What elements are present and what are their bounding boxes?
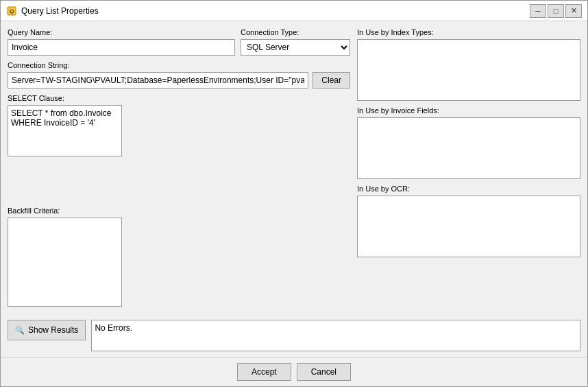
window-title: Query List Properties	[21, 6, 99, 16]
index-types-list	[357, 39, 580, 101]
show-results-button[interactable]: 🔍 Show Results	[8, 320, 86, 340]
connection-type-group: Connection Type: SQL Server Oracle MySQL…	[241, 28, 350, 56]
close-button[interactable]: ✕	[565, 4, 582, 18]
accept-button[interactable]: Accept	[237, 363, 291, 381]
bottom-row: 🔍 Show Results No Errors.	[1, 320, 587, 357]
main-content: Query Name: Connection Type: SQL Server …	[1, 21, 587, 320]
window-icon: Q	[6, 5, 17, 16]
title-controls: ─ □ ✕	[530, 4, 582, 18]
backfill-label: Backfill Criteria:	[8, 207, 350, 215]
invoice-fields-group: In Use by Invoice Fields:	[357, 106, 580, 179]
left-panel: Query Name: Connection Type: SQL Server …	[8, 28, 350, 313]
connection-type-label: Connection Type:	[241, 28, 350, 36]
select-clause-group: SELECT Clause: SELECT * from dbo.Invoice…	[8, 94, 350, 201]
right-panel: In Use by Index Types: In Use by Invoice…	[357, 28, 580, 313]
select-clause-textarea[interactable]: SELECT * from dbo.Invoice WHERE InvoiceI…	[8, 105, 122, 156]
backfill-group: Backfill Criteria:	[8, 207, 350, 314]
connection-string-input[interactable]	[8, 72, 308, 89]
connection-string-input-row: Clear	[8, 72, 350, 89]
backfill-textarea[interactable]	[8, 218, 122, 307]
backfill-wrapper	[8, 218, 350, 309]
footer: Accept Cancel	[1, 357, 587, 386]
invoice-fields-label: In Use by Invoice Fields:	[357, 106, 580, 115]
errors-textarea[interactable]: No Errors.	[91, 320, 580, 351]
clear-button[interactable]: Clear	[313, 72, 350, 89]
query-connection-row: Query Name: Connection Type: SQL Server …	[8, 28, 350, 56]
query-name-group: Query Name:	[8, 28, 235, 56]
connection-string-label: Connection String:	[8, 61, 350, 69]
select-clause-label: SELECT Clause:	[8, 94, 350, 102]
title-bar: Q Query List Properties ─ □ ✕	[1, 1, 587, 21]
search-icon: 🔍	[15, 326, 25, 335]
index-types-group: In Use by Index Types:	[357, 28, 580, 101]
cancel-button[interactable]: Cancel	[297, 363, 351, 381]
ocr-label: In Use by OCR:	[357, 185, 580, 193]
connection-string-row: Connection String: Clear	[8, 61, 350, 89]
maximize-button[interactable]: □	[548, 4, 564, 18]
ocr-list	[357, 196, 580, 257]
ocr-group: In Use by OCR:	[357, 185, 580, 257]
invoice-fields-list	[357, 117, 580, 179]
main-window: Q Query List Properties ─ □ ✕ Query Name…	[0, 0, 588, 387]
query-name-label: Query Name:	[8, 28, 235, 36]
svg-text:Q: Q	[10, 8, 14, 14]
query-name-input[interactable]	[8, 39, 235, 56]
select-clause-wrapper: SELECT * from dbo.Invoice WHERE InvoiceI…	[8, 105, 350, 159]
connection-type-select[interactable]: SQL Server Oracle MySQL ODBC	[241, 39, 350, 56]
minimize-button[interactable]: ─	[530, 4, 546, 18]
index-types-label: In Use by Index Types:	[357, 28, 580, 36]
show-results-label: Show Results	[28, 325, 78, 335]
title-bar-left: Q Query List Properties	[6, 5, 99, 16]
